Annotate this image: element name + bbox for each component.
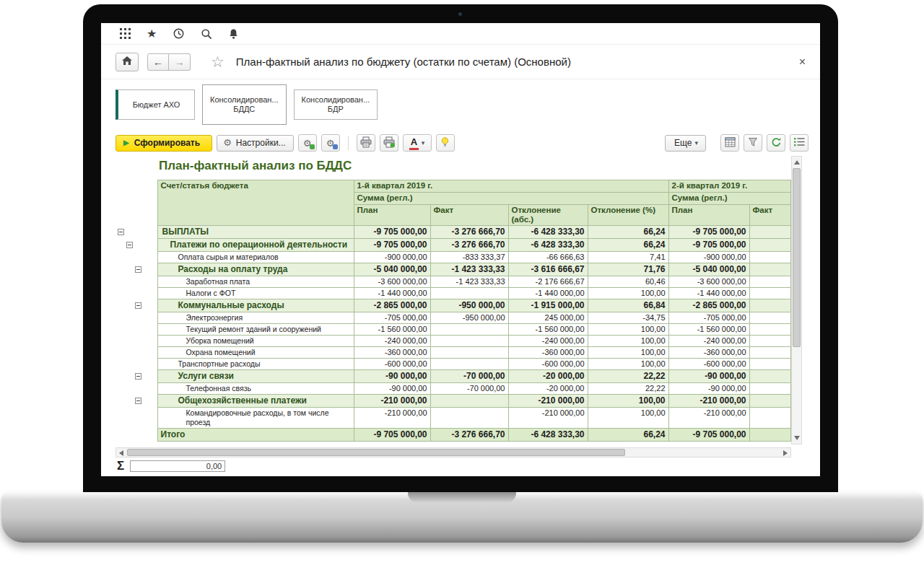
- row-tree-gutter[interactable]: [116, 336, 157, 347]
- cell-fact-q2[interactable]: [749, 263, 790, 276]
- cell-plan-q1[interactable]: -210 000,00: [354, 408, 430, 429]
- cell-fact-q2[interactable]: [749, 408, 790, 429]
- collapse-minus-icon[interactable]: [135, 266, 141, 273]
- row-tree-gutter[interactable]: [116, 408, 157, 429]
- cell-plan-q2[interactable]: -2 865 000,00: [668, 299, 749, 312]
- table-row[interactable]: Коммунальные расходы -2 865 000,00 -950 …: [116, 299, 790, 312]
- favorites-star-icon[interactable]: ★: [147, 28, 157, 40]
- cell-dev-pct[interactable]: 22,22: [588, 370, 668, 383]
- collapse-minus-icon[interactable]: [118, 229, 124, 235]
- cell-fact-q2[interactable]: [749, 395, 790, 408]
- notifications-bell-icon[interactable]: [228, 28, 239, 40]
- row-label-cell[interactable]: Телефонная связь: [157, 383, 354, 395]
- cell-plan-q2[interactable]: -1 440 000,00: [668, 288, 749, 299]
- cell-plan-q1[interactable]: -9 705 000,00: [354, 239, 430, 252]
- cell-plan-q2[interactable]: -705 000,00: [668, 312, 749, 324]
- settings-button[interactable]: ⚙ Настройки...: [217, 135, 294, 152]
- total-row[interactable]: Итого -9 705 000,00 -3 276 666,70 -6 428…: [116, 429, 790, 442]
- cell-dev-abs[interactable]: -3 616 666,67: [508, 263, 588, 276]
- cell-plan-q2[interactable]: -9 705 000,00: [668, 239, 749, 252]
- table-row[interactable]: Услуги связи -90 000,00 -70 000,00 -20 0…: [116, 370, 790, 383]
- cell-dev-pct[interactable]: 7,41: [588, 252, 668, 263]
- cell-plan-q1[interactable]: -210 000,00: [354, 395, 430, 408]
- cell-fact-q2[interactable]: [749, 336, 790, 347]
- horizontal-scrollbar[interactable]: [116, 447, 791, 457]
- cell-dev-pct[interactable]: 100,00: [588, 324, 668, 336]
- format-button[interactable]: A ▾: [403, 134, 432, 152]
- row-label-cell[interactable]: Расходы на оплату труда: [157, 263, 354, 276]
- row-label-cell[interactable]: Текущий ремонт зданий и сооружений: [157, 324, 354, 336]
- cell-fact-q2[interactable]: [749, 324, 790, 336]
- row-label-cell[interactable]: Охрана помещений: [157, 347, 354, 359]
- row-label-cell[interactable]: Услуги связи: [157, 370, 354, 383]
- edit-variant-button[interactable]: ⚙: [321, 134, 340, 152]
- cell-fact-q2[interactable]: [749, 288, 790, 299]
- cell-plan-q2[interactable]: -360 000,00: [668, 347, 749, 359]
- cell-dev-abs[interactable]: -66 666,63: [508, 252, 588, 263]
- table-row[interactable]: Уборка помещений -240 000,00 -240 000,00…: [116, 336, 790, 347]
- cell-fact-q1[interactable]: [430, 336, 508, 347]
- cell-dev-abs[interactable]: -1 560 000,00: [508, 324, 588, 336]
- cell-plan-q1[interactable]: -9 705 000,00: [354, 226, 430, 239]
- row-tree-gutter[interactable]: [116, 395, 157, 408]
- cell-plan-q1[interactable]: -900 000,00: [354, 252, 430, 263]
- row-label-cell[interactable]: Заработная плата: [157, 276, 354, 288]
- cell-dev-pct[interactable]: 100,00: [588, 336, 668, 347]
- cell-plan-q1[interactable]: -1 560 000,00: [354, 324, 430, 336]
- cell-fact-q1[interactable]: [430, 288, 508, 299]
- cell-plan-q1[interactable]: -5 040 000,00: [354, 263, 430, 276]
- row-label-cell[interactable]: Электроэнергия: [157, 312, 354, 324]
- scroll-down-icon[interactable]: [794, 436, 800, 440]
- cell-fact-q1[interactable]: -3 276 666,70: [430, 429, 508, 442]
- more-button[interactable]: Еще ▾: [665, 135, 706, 152]
- search-icon[interactable]: [201, 28, 212, 40]
- cell-plan-q2[interactable]: -210 000,00: [668, 408, 749, 429]
- cell-dev-abs[interactable]: -1 915 000,00: [508, 299, 588, 312]
- refresh-button[interactable]: [767, 134, 785, 152]
- table-row[interactable]: Телефонная связь -90 000,00 -70 000,00 -…: [116, 383, 790, 395]
- cell-fact-q1[interactable]: [430, 359, 508, 370]
- tab-consolidated-bdr[interactable]: Консолидирован... БДР: [294, 89, 378, 120]
- cell-fact-q2[interactable]: [749, 252, 790, 263]
- cell-dev-pct[interactable]: 100,00: [588, 288, 668, 299]
- scroll-left-icon[interactable]: [119, 450, 123, 456]
- details-list-button[interactable]: [790, 134, 808, 152]
- generate-button[interactable]: ▶ Сформировать: [116, 135, 212, 152]
- filter-button[interactable]: [744, 134, 762, 152]
- table-row[interactable]: Охрана помещений -360 000,00 -360 000,00…: [116, 347, 790, 359]
- cell-fact-q1[interactable]: -3 276 666,70: [430, 226, 508, 239]
- row-label-cell[interactable]: Уборка помещений: [157, 336, 354, 347]
- cell-dev-abs[interactable]: -210 000,00: [508, 408, 588, 429]
- collapse-minus-icon[interactable]: [126, 242, 133, 248]
- cell-dev-pct[interactable]: 66,84: [588, 299, 668, 312]
- cell-plan-q2[interactable]: -90 000,00: [668, 383, 749, 395]
- cell-fact-q2[interactable]: [749, 312, 790, 324]
- cell-fact-q2[interactable]: [749, 383, 790, 395]
- cell-fact-q1[interactable]: [430, 324, 508, 336]
- cell-fact-q1[interactable]: -950 000,00: [430, 312, 508, 324]
- cell-dev-pct[interactable]: 60,46: [588, 276, 668, 288]
- row-label-cell[interactable]: Налоги с ФОТ: [157, 288, 354, 299]
- highlight-button[interactable]: [436, 134, 455, 152]
- cell-plan-q1[interactable]: -2 865 000,00: [354, 299, 430, 312]
- cell-dev-pct[interactable]: 66,24: [588, 239, 668, 252]
- cell-dev-pct[interactable]: 71,76: [588, 263, 668, 276]
- row-tree-gutter[interactable]: [116, 276, 157, 288]
- home-button[interactable]: [116, 53, 139, 71]
- cell-plan-q2[interactable]: -210 000,00: [668, 395, 749, 408]
- row-label-cell[interactable]: Командировочные расходы, в том числе про…: [157, 408, 354, 429]
- tab-budget-aho[interactable]: Бюджет АХО: [116, 89, 195, 120]
- row-tree-gutter[interactable]: [116, 239, 157, 252]
- table-row[interactable]: Заработная плата -3 600 000,00 -1 423 33…: [116, 276, 790, 288]
- row-tree-gutter[interactable]: [116, 263, 157, 276]
- cell-dev-abs[interactable]: -6 428 333,30: [508, 239, 588, 252]
- table-row[interactable]: Налоги с ФОТ -1 440 000,00 -1 440 000,00…: [116, 288, 790, 299]
- cell-plan-q1[interactable]: -90 000,00: [354, 383, 430, 395]
- cell-dev-abs[interactable]: -6 428 333,30: [508, 429, 588, 442]
- tab-consolidated-bdds[interactable]: Консолидирован... БДДС: [202, 84, 287, 125]
- history-icon[interactable]: [173, 27, 185, 40]
- table-row[interactable]: Транспортные расходы -600 000,00 -600 00…: [116, 359, 790, 370]
- row-tree-gutter[interactable]: [116, 324, 157, 336]
- row-tree-gutter[interactable]: [116, 299, 157, 312]
- cell-dev-pct[interactable]: 100,00: [588, 359, 668, 370]
